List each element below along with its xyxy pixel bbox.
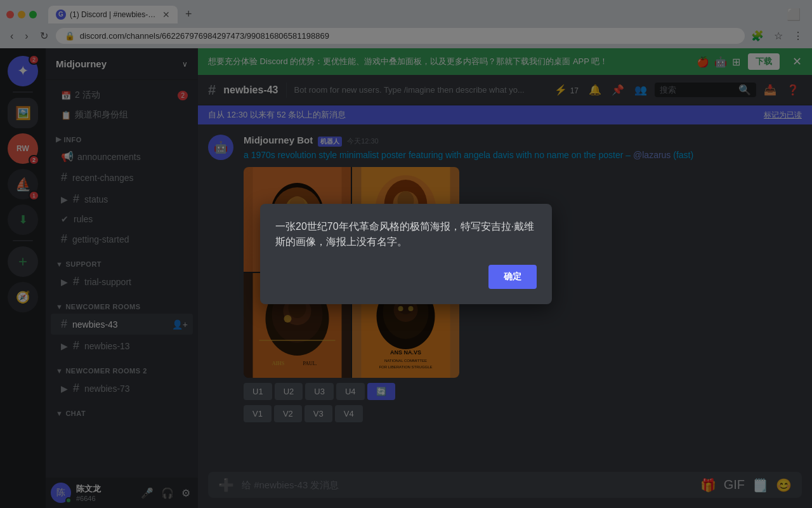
modal-footer: 确定 xyxy=(275,265,537,289)
modal-body-text: 一张20世纪70年代革命风格的极简海报，特写安吉拉·戴维斯的画像，海报上没有名字… xyxy=(275,219,537,250)
modal-overlay[interactable]: 一张20世纪70年代革命风格的极简海报，特写安吉拉·戴维斯的画像，海报上没有名字… xyxy=(0,0,812,508)
modal-confirm-button[interactable]: 确定 xyxy=(488,265,537,289)
modal-dialog: 一张20世纪70年代革命风格的极简海报，特写安吉拉·戴维斯的画像，海报上没有名字… xyxy=(260,204,552,304)
